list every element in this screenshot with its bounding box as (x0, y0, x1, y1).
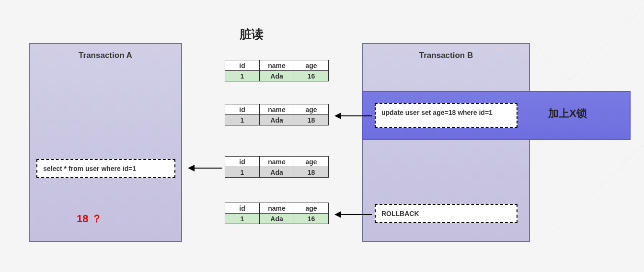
col-id: id (225, 157, 260, 167)
select-sql-box: select * from user where id=1 (36, 159, 175, 178)
col-name: name (260, 104, 294, 115)
cell-age: 18 (294, 115, 329, 125)
data-table-3: idnameage1Ada16 (225, 203, 329, 224)
cell-name: Ada (260, 167, 294, 178)
col-name: name (260, 203, 294, 214)
col-age: age (294, 157, 329, 167)
cell-name: Ada (260, 115, 294, 125)
data-table-2: idnameage1Ada18 (225, 156, 329, 178)
arrow-2 (335, 214, 372, 215)
col-name: name (260, 60, 294, 71)
transaction-a-title: Transaction A (30, 44, 181, 60)
arrow-0 (189, 168, 222, 169)
col-id: id (225, 104, 260, 115)
cell-id: 1 (225, 214, 260, 224)
cell-age: 16 (294, 71, 329, 81)
col-age: age (294, 203, 329, 214)
cell-id: 1 (225, 167, 260, 178)
cell-name: Ada (260, 214, 294, 224)
col-age: age (294, 60, 329, 71)
cell-id: 1 (225, 71, 260, 81)
diagram-title: 脏读 (240, 26, 264, 42)
cell-age: 16 (294, 214, 329, 224)
data-table-1: idnameage1Ada18 (225, 104, 329, 125)
arrow-1 (335, 115, 372, 116)
col-id: id (225, 60, 260, 71)
transaction-b-title: Transaction B (363, 44, 529, 60)
result-question: 18 ？ (77, 212, 102, 226)
transaction-a-box: Transaction A (29, 43, 182, 242)
col-age: age (294, 104, 329, 115)
lock-label: 加上X锁 (548, 106, 587, 121)
col-id: id (225, 203, 260, 214)
cell-name: Ada (260, 71, 294, 81)
rollback-box: ROLLBACK (375, 204, 518, 223)
data-table-0: idnameage1Ada16 (225, 60, 329, 81)
col-name: name (260, 157, 294, 167)
update-sql-box: update user set age=18 where id=1 (375, 103, 518, 128)
cell-age: 18 (294, 167, 329, 178)
cell-id: 1 (225, 115, 260, 125)
